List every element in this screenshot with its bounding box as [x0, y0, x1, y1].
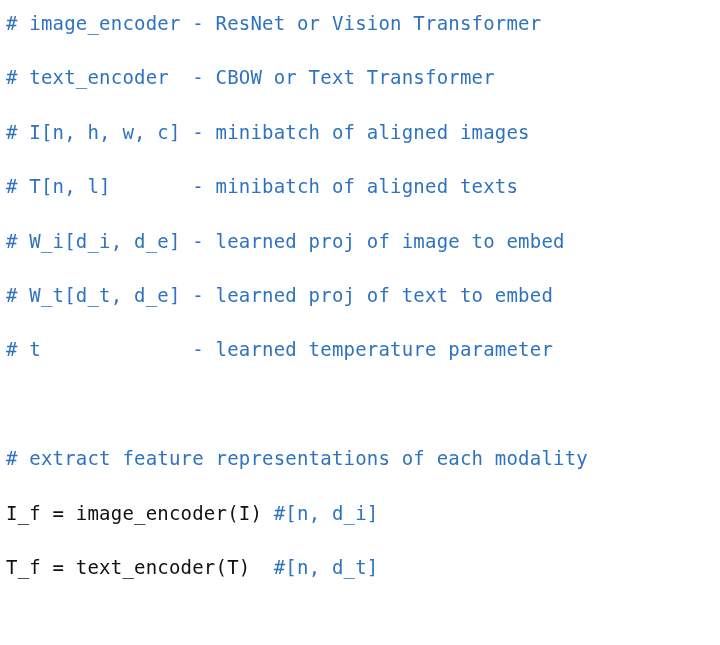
identifier: T_f: [6, 556, 41, 578]
code-line: T_f = text_encoder(T) #[n, d_t]: [6, 554, 716, 581]
argument: T: [227, 556, 239, 578]
comment-line: # W_i[d_i, d_e] - learned proj of image …: [6, 228, 716, 255]
paren-open: (: [216, 556, 228, 578]
function-call: image_encoder: [76, 502, 227, 524]
trailing-comment: #[n, d_i]: [274, 502, 379, 524]
pseudocode-block: # image_encoder - ResNet or Vision Trans…: [0, 0, 720, 645]
code-line: I_f = image_encoder(I) #[n, d_i]: [6, 500, 716, 527]
comment-line: # W_t[d_t, d_e] - learned proj of text t…: [6, 282, 716, 309]
comment-line: # extract feature representations of eac…: [6, 445, 716, 472]
comment-line: # text_encoder - CBOW or Text Transforme…: [6, 64, 716, 91]
comment-text: # image_encoder - ResNet or Vision Trans…: [6, 12, 541, 34]
operator: =: [41, 502, 76, 524]
comment-line: # I[n, h, w, c] - minibatch of aligned i…: [6, 119, 716, 146]
comment-text: # extract feature representations of eac…: [6, 447, 588, 469]
function-call: text_encoder: [76, 556, 216, 578]
identifier: I_f: [6, 502, 41, 524]
operator: =: [41, 556, 76, 578]
comment-text: # text_encoder - CBOW or Text Transforme…: [6, 66, 495, 88]
blank-line: [6, 391, 716, 418]
padding: [262, 502, 274, 524]
blank-line: [6, 608, 716, 635]
paren-close: ): [239, 556, 251, 578]
comment-text: # W_i[d_i, d_e] - learned proj of image …: [6, 230, 565, 252]
comment-text: # T[n, l] - minibatch of aligned texts: [6, 175, 518, 197]
paren-close: ): [250, 502, 262, 524]
comment-text: # I[n, h, w, c] - minibatch of aligned i…: [6, 121, 530, 143]
comment-text: # t - learned temperature parameter: [6, 338, 553, 360]
paren-open: (: [227, 502, 239, 524]
trailing-comment: #[n, d_t]: [274, 556, 379, 578]
padding: [250, 556, 273, 578]
comment-line: # image_encoder - ResNet or Vision Trans…: [6, 10, 716, 37]
comment-text: # W_t[d_t, d_e] - learned proj of text t…: [6, 284, 553, 306]
comment-line: # T[n, l] - minibatch of aligned texts: [6, 173, 716, 200]
argument: I: [239, 502, 251, 524]
comment-line: # t - learned temperature parameter: [6, 336, 716, 363]
